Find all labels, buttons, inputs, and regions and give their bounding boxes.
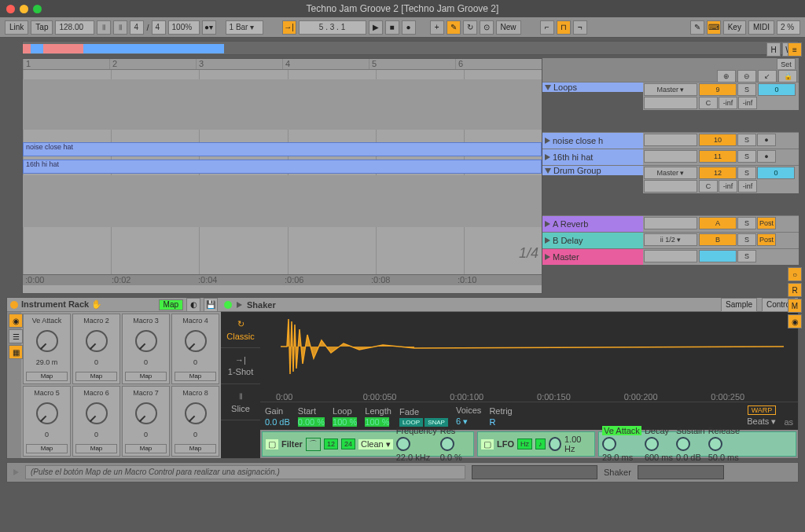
send-a[interactable]: 0: [757, 167, 795, 179]
routing-slot[interactable]: [644, 150, 697, 163]
play-icon[interactable]: [545, 154, 550, 160]
macro-map-button[interactable]: Map: [175, 444, 216, 453]
freq-knob[interactable]: [396, 437, 410, 451]
close-icon[interactable]: [6, 5, 15, 13]
arm-button[interactable]: ●: [757, 134, 776, 146]
sustain-knob[interactable]: [676, 437, 690, 451]
device-activator-icon[interactable]: [224, 301, 232, 309]
length-value[interactable]: 100 %: [365, 417, 389, 427]
release-knob[interactable]: [708, 437, 722, 451]
link-button[interactable]: Link: [5, 20, 28, 35]
lock-icon[interactable]: 🔒: [778, 70, 797, 83]
macro-knob[interactable]: [36, 402, 58, 424]
overview-h-button[interactable]: H: [766, 42, 781, 57]
track-loops[interactable]: Loops Master ▾ 9 S 0 C -inf -inf: [542, 82, 799, 132]
routing-select[interactable]: ii 1/2 ▾: [644, 233, 697, 246]
volume-meter[interactable]: [699, 250, 737, 262]
macro-knob[interactable]: [185, 402, 207, 424]
clip-noise-close-hat[interactable]: noise close hat: [23, 142, 542, 156]
zoom-field[interactable]: 100%: [168, 20, 200, 35]
mixer-icon[interactable]: ↙: [758, 70, 777, 83]
computer-midi-keyboard-icon[interactable]: ⌨: [707, 20, 721, 35]
mixer-toggle[interactable]: M: [788, 299, 802, 313]
track-name[interactable]: B Delay: [553, 236, 583, 245]
automation-arm-button[interactable]: ✎: [447, 20, 461, 35]
track-activator[interactable]: 10: [699, 134, 737, 146]
reenable-automation-icon[interactable]: ↻: [463, 20, 477, 35]
info-toggle-icon[interactable]: [13, 469, 19, 475]
track-activator[interactable]: 9: [699, 83, 737, 96]
minimize-icon[interactable]: [20, 5, 28, 13]
macro-map-button[interactable]: Map: [125, 372, 167, 381]
overdub-button[interactable]: +: [430, 20, 444, 35]
macro-7[interactable]: Macro 7 0 Map: [122, 386, 170, 457]
track-activator[interactable]: 11: [699, 150, 737, 163]
chain-overview[interactable]: [638, 465, 724, 479]
lfo-sync-button[interactable]: ♪: [535, 438, 546, 449]
solo-button[interactable]: S: [737, 150, 756, 163]
play-icon[interactable]: [545, 138, 550, 144]
follow-button[interactable]: →|: [282, 20, 296, 35]
quantize-menu[interactable]: 1 Bar ▾: [226, 20, 263, 35]
decay-knob[interactable]: [645, 437, 659, 451]
post-button[interactable]: Post: [757, 217, 776, 229]
res-knob[interactable]: [440, 437, 454, 451]
lfo-rate-knob[interactable]: [549, 437, 562, 451]
io-icon[interactable]: ⊖: [737, 70, 756, 83]
macro-4[interactable]: Macro 4 0 Map: [171, 314, 219, 384]
retrig-toggle[interactable]: R: [489, 417, 495, 427]
filter-on[interactable]: ▢: [266, 439, 278, 449]
track-name[interactable]: Drum Group: [553, 166, 601, 175]
macro-map-button[interactable]: Map: [125, 444, 167, 453]
slice-mode[interactable]: ⦀Slice: [221, 384, 260, 420]
menu-burger-icon[interactable]: ≡: [788, 42, 802, 57]
macro-map-button[interactable]: Map: [26, 372, 68, 381]
return-toggle[interactable]: R: [788, 283, 802, 297]
oneshot-mode[interactable]: →|1-Shot: [221, 348, 260, 384]
macro-knob[interactable]: [185, 330, 207, 352]
device-activator-icon[interactable]: [10, 301, 18, 309]
track-16th-hi-hat[interactable]: 16th hi hat 11 S ●: [542, 149, 799, 165]
start-value[interactable]: 0.00 %: [298, 417, 325, 427]
post-button[interactable]: Post: [757, 233, 776, 246]
macro-1[interactable]: Ve Attack 29.0 m Map: [23, 314, 71, 384]
classic-mode[interactable]: ↻Classic: [221, 312, 260, 348]
track-a-reverb[interactable]: A Reverb A S Post: [542, 215, 799, 232]
track-drum-group[interactable]: Drum Group Master ▾ 12 S 0 C -inf -inf: [542, 165, 799, 215]
routing-slot[interactable]: [644, 217, 697, 229]
io-section-toggle[interactable]: ○: [788, 267, 802, 281]
stop-button[interactable]: ■: [385, 20, 399, 35]
maximize-icon[interactable]: [33, 5, 42, 13]
warp-mode-select[interactable]: Beats ▾: [747, 416, 776, 427]
rand-icon[interactable]: ◐: [186, 298, 200, 312]
preview-play-icon[interactable]: [237, 302, 242, 308]
solo-button[interactable]: S: [737, 167, 756, 179]
arrangement-canvas[interactable]: 1 2 3 4 5 6 noise close hat 16th hi hat …: [22, 58, 542, 294]
routing-slot[interactable]: [644, 250, 697, 262]
solo-button[interactable]: S: [737, 217, 756, 229]
warp-button[interactable]: WARP: [748, 405, 777, 415]
track-name[interactable]: 16th hi hat: [553, 152, 593, 162]
macro-knob[interactable]: [86, 330, 108, 352]
tap-button[interactable]: Tap: [31, 20, 53, 35]
filter-circuit[interactable]: Clean ▾: [358, 439, 393, 449]
track-name[interactable]: Master: [553, 252, 579, 262]
midi-map-button[interactable]: MIDI: [748, 20, 774, 35]
fold-icon[interactable]: [545, 168, 551, 174]
routing-slot[interactable]: [644, 134, 697, 146]
mini-overview[interactable]: [472, 465, 597, 479]
time-ruler[interactable]: :0:00 :0:02 :0:04 :0:06 :0:08 :0:10: [23, 274, 542, 285]
attack-knob[interactable]: [602, 437, 616, 451]
fold-icon[interactable]: [545, 85, 551, 90]
bar-ruler[interactable]: 1 2 3 4 5 6: [23, 59, 542, 70]
session-record-new[interactable]: New: [496, 20, 521, 35]
track-b-delay[interactable]: B Delay ii 1/2 ▾ B S Post: [542, 232, 799, 248]
track-name[interactable]: Loops: [553, 83, 577, 92]
macro-map-button[interactable]: Map: [75, 444, 117, 453]
filter-slope-12[interactable]: 12: [324, 438, 338, 449]
filter-slope-24[interactable]: 24: [341, 438, 355, 449]
macro-6[interactable]: Macro 6 0 Map: [72, 386, 120, 457]
key-map-button[interactable]: Key: [723, 20, 746, 35]
record-button[interactable]: ●: [402, 20, 416, 35]
send-a[interactable]: 0: [758, 83, 796, 96]
